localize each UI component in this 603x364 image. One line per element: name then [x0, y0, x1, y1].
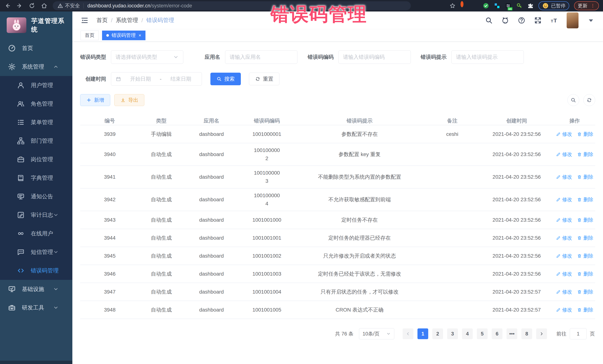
sidebar-item-2[interactable]: 用户管理 [0, 76, 72, 95]
bookmark-star-icon[interactable] [449, 3, 456, 9]
page-button-•••[interactable]: ••• [507, 328, 517, 339]
header-search-icon[interactable] [485, 16, 493, 24]
column-header: 备注 [425, 114, 479, 128]
edit-link[interactable]: 修改 [556, 130, 572, 138]
error-type-select[interactable] [111, 50, 183, 64]
cell-message: 定时任务不存在 [294, 213, 425, 227]
breadcrumb-home[interactable]: 首页 [96, 16, 108, 24]
sidebar-item-3[interactable]: 角色管理 [0, 95, 72, 113]
sidebar-item-6[interactable]: 岗位管理 [0, 150, 72, 169]
sidebar-item-10[interactable]: 在线用户 [0, 224, 72, 243]
date-range-picker[interactable]: 开始日期 - 结束日期 [111, 72, 202, 86]
sidebar-item-label: 首页 [22, 44, 33, 52]
add-button[interactable]: 新增 [80, 94, 110, 106]
reset-button[interactable]: 重置 [249, 73, 279, 85]
user-avatar[interactable] [567, 12, 579, 28]
delete-link[interactable]: 删除 [577, 306, 593, 314]
fullscreen-icon[interactable] [534, 16, 542, 24]
browser-menu-icon[interactable] [590, 3, 595, 8]
forward-icon[interactable] [16, 2, 23, 9]
extension-sliders-icon[interactable]: on [505, 3, 511, 9]
edit-link[interactable]: 修改 [556, 234, 572, 242]
toggle-search-button[interactable] [567, 94, 579, 106]
edit-link[interactable]: 修改 [556, 306, 572, 314]
cell-app: dashboard [183, 249, 240, 263]
delete-link[interactable]: 删除 [577, 173, 593, 181]
page-button-6[interactable]: 6 [492, 328, 502, 339]
error-code-field[interactable] [338, 50, 411, 64]
goto-page-input[interactable] [570, 328, 587, 339]
edit-link[interactable]: 修改 [556, 288, 572, 296]
font-size-icon[interactable]: TT [550, 16, 558, 24]
extension-grid-icon[interactable] [494, 3, 500, 9]
tag-close-icon[interactable]: × [139, 33, 141, 38]
next-page-button[interactable] [536, 328, 547, 339]
delete-link[interactable]: 删除 [577, 252, 593, 260]
breadcrumb-system[interactable]: 系统管理 [116, 16, 138, 24]
delete-link[interactable]: 删除 [577, 130, 593, 138]
update-button[interactable]: 更新 [574, 1, 599, 10]
sidebar-item-4[interactable]: 菜单管理 [0, 113, 72, 132]
delete-link[interactable]: 删除 [577, 270, 593, 278]
page-button-5[interactable]: 5 [477, 328, 487, 339]
cell-remark [425, 271, 479, 277]
sidebar-item-13[interactable]: 基础设施 [0, 280, 72, 298]
sidebar-item-1[interactable]: 系统管理 [0, 57, 72, 76]
back-icon[interactable] [4, 2, 11, 9]
error-message-field[interactable] [452, 50, 524, 64]
sidebar-item-12[interactable]: 错误码管理 [0, 261, 72, 280]
divider [83, 3, 84, 8]
tag-home[interactable]: 首页 [81, 31, 99, 40]
edit-link[interactable]: 修改 [556, 173, 572, 181]
sidebar-toggle-icon[interactable] [81, 16, 89, 24]
sidebar-item-5[interactable]: 部门管理 [0, 132, 72, 150]
online-user-icon [17, 230, 25, 238]
delete-link[interactable]: 删除 [577, 150, 593, 158]
refresh-table-button[interactable] [583, 94, 595, 106]
edit-link[interactable]: 修改 [556, 216, 572, 224]
reload-icon[interactable] [29, 2, 35, 9]
sidebar-item-11[interactable]: 短信管理 [0, 243, 72, 261]
help-icon[interactable] [518, 16, 525, 24]
delete-link[interactable]: 删除 [577, 288, 593, 296]
sidebar-item-0[interactable]: 首页 [0, 39, 72, 57]
extension-key-icon[interactable] [516, 3, 522, 9]
cell-remark [425, 217, 479, 223]
sidebar-item-14[interactable]: 研发工具 [0, 298, 72, 317]
edit-link[interactable]: 修改 [556, 196, 572, 204]
page-button-2[interactable]: 2 [432, 328, 443, 339]
extension-orange-icon[interactable] [461, 3, 467, 9]
edit-link[interactable]: 修改 [556, 150, 572, 158]
edit-link[interactable]: 修改 [556, 252, 572, 260]
page-button-3[interactable]: 3 [447, 328, 458, 339]
delete-link[interactable]: 删除 [577, 196, 593, 204]
page-button-8[interactable]: 8 [521, 328, 532, 339]
user-menu-caret-icon[interactable] [587, 16, 595, 24]
delete-link[interactable]: 删除 [577, 234, 593, 242]
search-button[interactable]: 搜索 [210, 73, 241, 85]
tag-error-code[interactable]: 错误码管理 × [102, 31, 145, 40]
error-message-input[interactable] [456, 54, 519, 60]
app-name-input[interactable] [230, 54, 293, 60]
error-code-input[interactable] [343, 54, 406, 60]
sidebar-item-label: 在线用户 [31, 230, 53, 237]
sidebar-item-8[interactable]: 通知公告 [0, 187, 72, 206]
extensions-puzzle-icon[interactable] [527, 3, 533, 9]
export-button[interactable]: 导出 [114, 94, 144, 106]
sidebar-item-9[interactable]: 审计日志 [0, 206, 72, 224]
edit-link[interactable]: 修改 [556, 270, 572, 278]
page-size-select[interactable]: 10条/页 [359, 328, 394, 339]
extension-green-icon[interactable] [483, 3, 489, 9]
home-icon[interactable] [41, 2, 47, 9]
prev-page-button[interactable] [403, 328, 413, 339]
page-button-1[interactable]: 1 [417, 328, 428, 339]
sidebar-item-7[interactable]: 字典管理 [0, 169, 72, 187]
error-type-select-input[interactable] [116, 54, 173, 60]
app-logo-row[interactable]: 芋道管理系统 [0, 11, 72, 39]
extension-gem-icon[interactable] [472, 3, 478, 9]
page-button-4[interactable]: 4 [462, 328, 473, 339]
profile-paused-badge[interactable]: 已暂停 [538, 1, 569, 10]
app-name-field[interactable] [225, 50, 297, 64]
delete-link[interactable]: 删除 [577, 216, 593, 224]
github-icon[interactable] [501, 16, 509, 24]
